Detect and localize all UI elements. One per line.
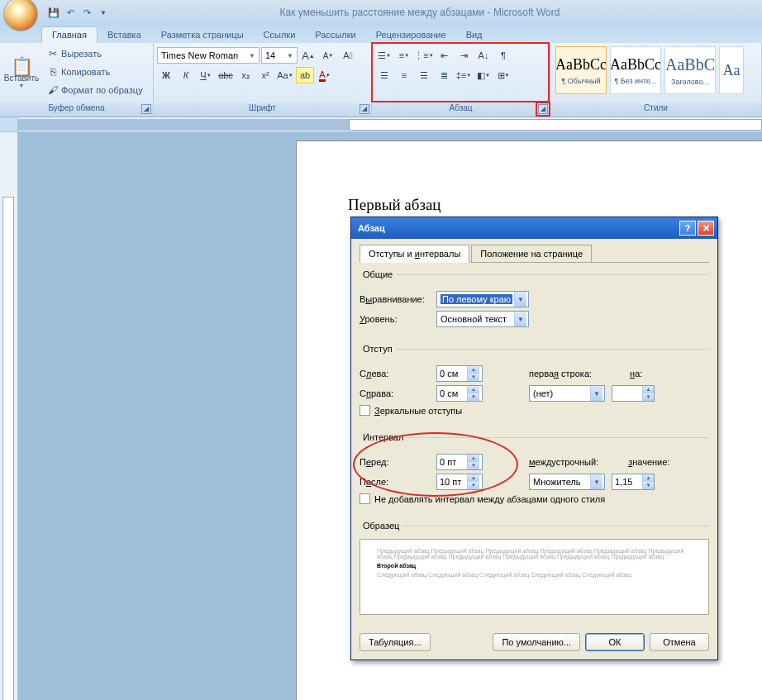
paste-button[interactable]: 📋 Вставить ▼	[3, 45, 40, 103]
font-size-combo[interactable]: 14▼	[261, 47, 298, 64]
line-spacing-button[interactable]: ‡≡▼	[455, 67, 473, 83]
cut-button[interactable]: ✂Вырезать	[43, 45, 146, 63]
style-more[interactable]: Aa	[719, 46, 744, 94]
show-marks-button[interactable]: ¶	[494, 47, 512, 64]
align-right-button[interactable]: ☰	[415, 67, 433, 83]
default-button[interactable]: По умолчанию...	[493, 633, 580, 651]
tab-indents-spacing[interactable]: Отступы и интервалы	[360, 245, 469, 263]
preview-group: Образец Предыдущий абзац Предыдущий абза…	[360, 521, 709, 620]
indent-group: Отступ Слева: ▲▼ первая строка: на: Спра…	[360, 344, 709, 424]
chevron-down-icon: ▼	[19, 83, 25, 88]
multilevel-list-button[interactable]: ⋮≡▼	[415, 47, 433, 64]
chevron-down-icon: ▼	[590, 386, 602, 401]
style-normal[interactable]: AaBbCc¶ Обычный	[555, 46, 607, 94]
bold-button[interactable]: Ж	[157, 67, 175, 83]
tab-view[interactable]: Вид	[456, 27, 493, 43]
group-title-paragraph: Абзац ◢	[372, 103, 550, 117]
space-before-spin[interactable]: ▲▼	[436, 454, 483, 470]
indent-left-spin[interactable]: ▲▼	[436, 365, 483, 382]
vertical-ruler[interactable]	[0, 132, 18, 700]
align-center-button[interactable]: ≡	[395, 67, 413, 83]
indent-right-spin[interactable]: ▲▼	[436, 385, 483, 402]
format-painter-button[interactable]: 🖌Формат по образцу	[43, 81, 146, 99]
preview-box: Предыдущий абзац Предыдущий абзац Предыд…	[360, 539, 709, 615]
first-line-combo[interactable]: (нет)▼	[529, 385, 605, 402]
spacing-at-spin[interactable]: ▲▼	[612, 474, 655, 490]
title-bar: 💾 ↶ ↷ ▼ Как уменьшить расстояние между а…	[0, 0, 762, 25]
no-space-same-style-check[interactable]: Не добавлять интервал между абзацами одн…	[360, 493, 709, 504]
shrink-font-button[interactable]: A▼	[319, 47, 337, 64]
borders-button[interactable]: ⊞▼	[494, 67, 512, 83]
undo-icon[interactable]: ↶	[63, 5, 78, 20]
help-button[interactable]: ?	[679, 221, 696, 236]
horizontal-ruler[interactable]	[0, 117, 762, 132]
numbering-button[interactable]: ≡▼	[395, 47, 413, 64]
font-launcher[interactable]: ◢	[360, 104, 369, 114]
tab-page-layout[interactable]: Разметка страницы	[151, 27, 254, 43]
indent-by-spin[interactable]: ▲▼	[612, 385, 655, 402]
qat-customize-icon[interactable]: ▼	[96, 5, 111, 20]
ribbon: 📋 Вставить ▼ ✂Вырезать ⎘Копировать 🖌Форм…	[0, 43, 762, 117]
mirror-indents-check[interactable]: Зеркальные отступы	[360, 405, 709, 416]
cancel-button[interactable]: Отмена	[650, 633, 709, 651]
outline-level-combo[interactable]: Основной текст▼	[436, 311, 529, 327]
dialog-tabs: Отступы и интервалы Положение на страниц…	[360, 244, 709, 263]
indent-legend: Отступ	[360, 344, 396, 354]
copy-button[interactable]: ⎘Копировать	[43, 63, 146, 81]
tab-references[interactable]: Ссылки	[254, 27, 306, 43]
brush-icon: 🖌	[46, 83, 60, 97]
clipboard-launcher[interactable]: ◢	[141, 104, 151, 114]
checkbox-icon	[360, 405, 370, 416]
save-icon[interactable]: 💾	[46, 5, 61, 20]
paste-label: Вставить	[4, 74, 39, 83]
first-line-label: первая строка:	[529, 369, 592, 379]
sort-button[interactable]: A↓	[474, 47, 493, 64]
line-spacing-combo[interactable]: Множитель▼	[529, 474, 605, 490]
style-heading1[interactable]: AaBbCЗаголово...	[664, 46, 716, 94]
paragraph-launcher[interactable]: ◢	[538, 104, 548, 114]
tab-line-page-breaks[interactable]: Положение на странице	[471, 245, 592, 263]
space-after-label: После:	[360, 477, 430, 487]
dialog-buttons: Табуляция... По умолчанию... ОК Отмена	[360, 628, 709, 651]
redo-icon[interactable]: ↷	[79, 5, 94, 20]
style-no-spacing[interactable]: AaBbCc¶ Без инте...	[610, 46, 661, 94]
tabs-button[interactable]: Табуляция...	[360, 633, 431, 651]
decrease-indent-button[interactable]: ⇤	[435, 47, 453, 64]
paste-icon: 📋	[15, 60, 28, 74]
chevron-down-icon: ▼	[514, 312, 526, 326]
shading-button[interactable]: ◧▼	[474, 67, 493, 83]
increase-indent-button[interactable]: ⇥	[455, 47, 473, 64]
justify-button[interactable]: ≣	[435, 67, 453, 83]
change-case-button[interactable]: Aa▼	[276, 67, 294, 83]
preview-legend: Образец	[360, 521, 402, 531]
group-styles: AaBbCc¶ Обычный AaBbCc¶ Без инте... AaBb…	[550, 43, 762, 117]
dialog-titlebar[interactable]: Абзац ? ✕	[351, 217, 717, 239]
tab-review[interactable]: Рецензирование	[366, 27, 456, 43]
strikethrough-button[interactable]: abc	[217, 67, 235, 83]
superscript-button[interactable]: x²	[256, 67, 274, 83]
tab-insert[interactable]: Вставка	[98, 27, 151, 43]
close-button[interactable]: ✕	[698, 221, 714, 236]
font-name-combo[interactable]: Times New Roman▼	[157, 47, 260, 64]
spacing-at-label: значение:	[628, 457, 669, 467]
indent-by-label: на:	[630, 369, 642, 379]
tab-home[interactable]: Главная	[41, 26, 98, 43]
highlight-button[interactable]: ab	[296, 67, 314, 83]
alignment-combo[interactable]: По левому краю▼	[436, 291, 529, 307]
group-font: Times New Roman▼ 14▼ A▲ A▼ A⃠ Ж К Ч▼ abc…	[154, 43, 372, 117]
general-group: Общие Выравнивание: По левому краю▼ Уров…	[360, 269, 709, 336]
tab-mailings[interactable]: Рассылки	[305, 27, 365, 43]
ok-button[interactable]: ОК	[585, 633, 645, 651]
space-after-spin[interactable]: ▲▼	[436, 474, 483, 490]
bullets-button[interactable]: ☰▼	[375, 47, 393, 64]
align-left-button[interactable]: ☰	[375, 67, 393, 83]
italic-button[interactable]: К	[177, 67, 195, 83]
dialog-title: Абзац	[355, 223, 679, 233]
subscript-button[interactable]: x₂	[236, 67, 255, 83]
grow-font-button[interactable]: A▲	[299, 47, 317, 64]
font-color-button[interactable]: A▼	[316, 67, 334, 83]
group-title-styles: Стили	[550, 103, 761, 117]
clear-formatting-button[interactable]: A⃠	[339, 47, 357, 64]
underline-button[interactable]: Ч▼	[197, 67, 215, 83]
ruler-corner[interactable]	[0, 117, 18, 132]
